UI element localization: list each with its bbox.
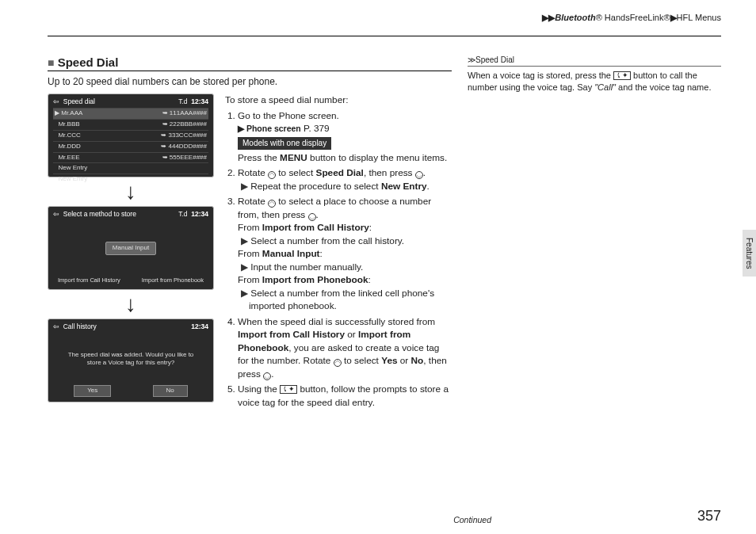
step-4: When the speed dial is successfully stor…	[238, 315, 452, 381]
screenshot-select-method: ⇦ Select a method to storeT.d 12:34 Manu…	[48, 206, 214, 290]
rotate-icon: ◠	[268, 171, 276, 179]
screenshot-voice-tag-prompt: ⇦ Call history12:34 The speed dial was a…	[48, 318, 214, 402]
sidebar-title: ≫Speed Dial	[468, 55, 721, 64]
rotate-icon: ◠	[268, 200, 276, 208]
step-1: Go to the Phone screen. ▶ Phone screen P…	[238, 109, 452, 165]
section-intro: Up to 20 speed dial numbers can be store…	[48, 76, 452, 87]
rotate-icon: ◠	[334, 359, 342, 367]
step-3: Rotate ◠ to select a place to choose a n…	[238, 195, 452, 313]
continued-label: Continued	[48, 515, 491, 524]
section-heading: ■ Speed Dial	[48, 55, 452, 71]
page-number: 357	[697, 508, 721, 524]
features-tab: Features	[743, 230, 756, 277]
steps-lead: To store a speed dial number:	[225, 93, 452, 107]
step-2: Rotate ◠ to select Speed Dial, then pres…	[238, 166, 452, 193]
press-icon: ◡	[415, 171, 423, 179]
arrow-down-icon: ↓	[48, 293, 214, 315]
talk-icon: ⤹✦	[280, 385, 297, 394]
press-icon: ◡	[263, 372, 271, 380]
step-5: Using the ⤹✦ button, follow the prompts …	[238, 383, 452, 409]
press-icon: ◡	[308, 213, 316, 221]
sidebar-body: When a voice tag is stored, press the ⤹✦…	[468, 66, 721, 94]
talk-icon: ⤹✦	[613, 71, 631, 80]
screenshot-speed-dial-list: ⇦ Speed dialT.d 12:34 ▶ Mr.AAA➥ 111AAA##…	[48, 93, 214, 177]
breadcrumb: ▶▶Bluetooth® HandsFreeLink®▶HFL Menus	[48, 13, 721, 23]
